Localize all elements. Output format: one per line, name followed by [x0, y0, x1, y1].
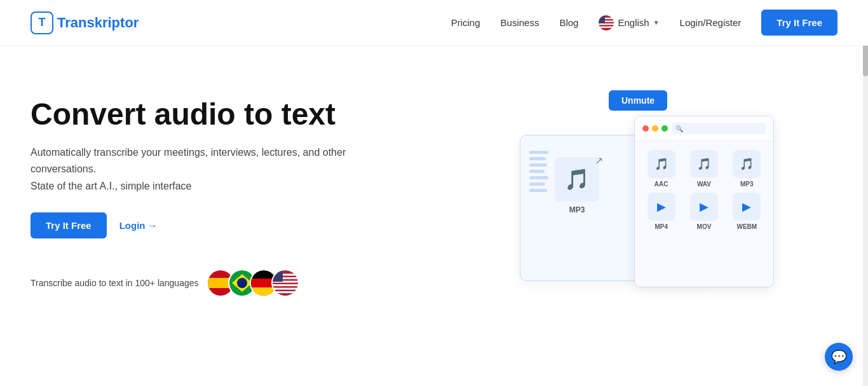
- mov-icon: ▶: [690, 193, 718, 221]
- mp3-icon-grid: 🎵: [733, 150, 761, 178]
- mp4-label: MP4: [654, 223, 668, 230]
- mp3-label-grid: MP3: [740, 181, 754, 188]
- text-line: [529, 163, 547, 167]
- flag-group: [207, 269, 299, 297]
- aac-icon: 🎵: [648, 150, 675, 178]
- trusted-section: Trusted by 100.000+ customers from all a…: [0, 376, 868, 386]
- text-line: [529, 176, 548, 179]
- text-line: [529, 157, 546, 160]
- language-row: Transcribe audio to text in 100+ languag…: [31, 269, 386, 297]
- languages-description: Transcribe audio to text in 100+ languag…: [31, 278, 199, 288]
- svg-point-10: [237, 278, 247, 288]
- hero-try-free-button[interactable]: Try It Free: [31, 212, 107, 238]
- nav-business[interactable]: Business: [501, 17, 539, 28]
- mp3-icon: 🎵 ↗: [555, 157, 599, 202]
- traffic-light-yellow: [652, 125, 658, 132]
- chat-icon: 💬: [831, 349, 847, 364]
- logo-text: Transkriptor: [57, 15, 139, 31]
- chevron-down-icon: ▼: [653, 19, 660, 26]
- svg-rect-21: [273, 291, 298, 293]
- svg-rect-5: [599, 15, 605, 23]
- traffic-light-green: [661, 125, 668, 132]
- file-aac: 🎵 AAC: [642, 150, 680, 188]
- text-lines: [529, 144, 548, 192]
- mp4-icon: ▶: [648, 193, 675, 221]
- svg-rect-4: [599, 26, 614, 27]
- hero-login-link[interactable]: Login →: [119, 220, 158, 231]
- traffic-lights: [642, 125, 668, 132]
- flag-usa: [271, 269, 299, 297]
- text-line: [529, 151, 548, 154]
- corner-decoration: ↗: [595, 155, 603, 167]
- mp3-file: 🎵 ↗ MP3: [555, 157, 599, 214]
- file-webm: ▶ WEBM: [728, 193, 766, 230]
- file-wav: 🎵 WAV: [685, 150, 722, 188]
- logo-icon: T: [31, 11, 53, 34]
- svg-rect-22: [273, 270, 283, 282]
- nav-try-free-button[interactable]: Try It Free: [761, 10, 837, 36]
- text-line: [529, 189, 547, 192]
- page-scrollbar[interactable]: [863, 0, 868, 386]
- hero-subtitle: State of the art A.I., simple interface: [31, 181, 386, 192]
- search-bar[interactable]: 🔍: [672, 123, 766, 134]
- text-line: [529, 170, 545, 173]
- svg-rect-19: [273, 284, 298, 286]
- navbar: T Transkriptor Pricing Business Blog Eng…: [0, 0, 868, 46]
- hero-cta-group: Try It Free Login →: [31, 212, 386, 238]
- mov-label: MOV: [697, 223, 712, 230]
- language-label: English: [618, 17, 649, 28]
- wav-label: WAV: [697, 181, 711, 188]
- hero-left: Convert audio to text Automatically tran…: [31, 84, 386, 297]
- hero-section: Convert audio to text Automatically tran…: [0, 46, 868, 376]
- wav-icon: 🎵: [690, 150, 718, 178]
- language-selector[interactable]: English ▼: [599, 15, 659, 31]
- svg-rect-3: [599, 23, 614, 24]
- file-mov: ▶ MOV: [685, 193, 722, 230]
- hero-title: Convert audio to text: [31, 97, 386, 132]
- nav-links: Pricing Business Blog English ▼ Login/Re…: [451, 10, 837, 36]
- aac-label: AAC: [654, 181, 668, 188]
- files-panel: 🔍 🎵 AAC 🎵 WAV 🎵 MP3 ▶: [634, 116, 774, 287]
- webm-label: WEBM: [736, 223, 757, 230]
- unmute-button[interactable]: Unmute: [609, 90, 667, 111]
- nav-login-register[interactable]: Login/Register: [680, 17, 742, 28]
- files-panel-header: 🔍: [635, 116, 773, 141]
- hero-preview: Unmute 🎵 ↗: [507, 84, 837, 351]
- traffic-light-red: [642, 125, 649, 132]
- svg-rect-20: [273, 288, 298, 290]
- mp3-label: MP3: [569, 205, 585, 214]
- webm-icon: ▶: [733, 193, 761, 221]
- file-mp4: ▶ MP4: [642, 193, 680, 230]
- file-mp3: 🎵 MP3: [728, 150, 766, 188]
- us-flag-icon: [599, 15, 614, 31]
- hero-description: Automatically transcribe your meetings, …: [31, 144, 386, 177]
- text-line: [529, 183, 545, 186]
- logo[interactable]: T Transkriptor: [31, 11, 139, 34]
- files-grid: 🎵 AAC 🎵 WAV 🎵 MP3 ▶ MP4 ▶: [635, 141, 773, 239]
- chat-bubble-button[interactable]: 💬: [825, 343, 853, 371]
- nav-pricing[interactable]: Pricing: [451, 17, 480, 28]
- nav-blog[interactable]: Blog: [559, 17, 578, 28]
